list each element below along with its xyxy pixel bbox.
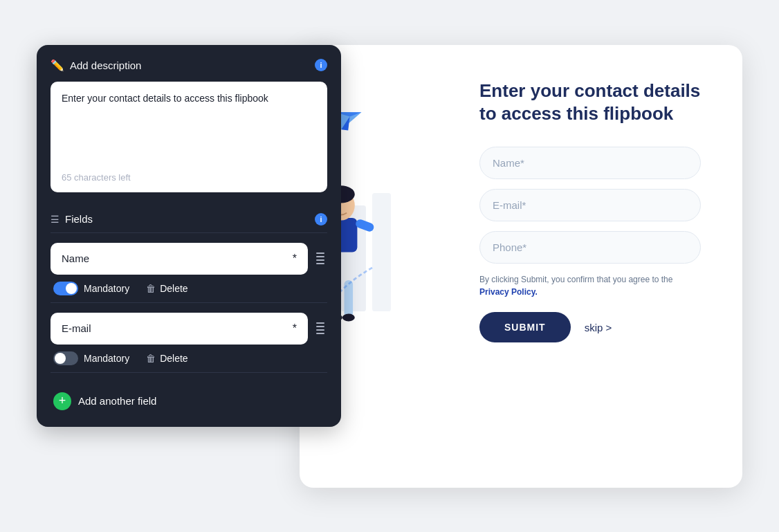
add-field-label: Add another field — [78, 395, 156, 407]
pencil-icon: ✏️ — [51, 59, 64, 72]
description-info-icon[interactable]: i — [315, 59, 327, 71]
privacy-policy-link[interactable]: Privacy Policy. — [479, 287, 538, 297]
field-input-email[interactable]: E-mail * — [51, 313, 308, 345]
add-field-icon: + — [53, 392, 71, 410]
field-block-email: E-mail * Mandatory 🗑 Delete — [51, 313, 327, 373]
field-controls-email: Mandatory 🗑 Delete — [51, 345, 327, 373]
privacy-text: By clicking Submit, you confirm that you… — [479, 273, 673, 298]
field-row-email: E-mail * — [51, 313, 327, 345]
preview-panel: Enter your contact details to access thi… — [300, 45, 742, 488]
email-input[interactable] — [479, 189, 701, 221]
add-field-row[interactable]: + Add another field — [51, 383, 327, 413]
name-input[interactable] — [479, 147, 701, 179]
fields-section-title: Fields — [65, 213, 93, 225]
svg-point-9 — [342, 313, 355, 321]
form-content: Enter your contact details to access thi… — [479, 80, 708, 343]
panel-header: ✏️ Add description i — [51, 59, 327, 72]
phone-input[interactable] — [479, 231, 701, 264]
delete-label-email: Delete — [160, 353, 187, 364]
form-field-phone — [479, 231, 708, 264]
field-name-label-email: E-mail — [62, 322, 91, 334]
mandatory-label-email: Mandatory — [84, 353, 129, 364]
form-actions: SUBMIT skip > — [479, 312, 708, 342]
mandatory-label-name: Mandatory — [84, 283, 129, 294]
delete-icon-email: 🗑 — [146, 353, 156, 364]
delete-group-email[interactable]: 🗑 Delete — [146, 353, 187, 364]
editor-panel: ✏️ Add description i Enter your contact … — [37, 45, 341, 427]
fields-info-icon[interactable]: i — [315, 213, 327, 226]
field-row-name: Name * — [51, 243, 327, 275]
description-box[interactable]: Enter your contact details to access thi… — [51, 82, 327, 192]
skip-link[interactable]: skip > — [585, 322, 612, 333]
mandatory-toggle-email[interactable] — [53, 351, 78, 365]
form-title: Enter your contact details to access thi… — [479, 80, 701, 127]
form-field-email — [479, 189, 708, 221]
fields-icon: ☰ — [51, 214, 59, 225]
mandatory-toggle-name[interactable] — [53, 282, 78, 295]
fields-section-header: ☰ Fields i — [51, 206, 327, 233]
field-name-label: Name — [62, 253, 89, 264]
submit-button[interactable]: SUBMIT — [479, 312, 571, 342]
field-asterisk-email: * — [293, 322, 297, 335]
char-count: 65 characters left — [62, 172, 316, 183]
mandatory-group-name: Mandatory — [53, 282, 129, 295]
panel-header-left: ✏️ Add description — [51, 59, 141, 72]
drag-handle-email[interactable] — [313, 320, 327, 337]
field-input-name[interactable]: Name * — [51, 243, 308, 275]
delete-group-name[interactable]: 🗑 Delete — [146, 283, 187, 294]
mandatory-group-email: Mandatory — [53, 351, 129, 365]
description-text: Enter your contact details to access thi… — [62, 91, 316, 106]
form-field-name — [479, 147, 708, 179]
drag-handle-name[interactable] — [313, 250, 327, 267]
field-controls-name: Mandatory 🗑 Delete — [51, 275, 327, 303]
delete-icon-name: 🗑 — [146, 283, 156, 294]
svg-rect-5 — [372, 193, 391, 311]
fields-section-header-left: ☰ Fields — [51, 213, 93, 225]
panel-title: Add description — [70, 59, 141, 71]
delete-label-name: Delete — [160, 283, 187, 294]
field-block-name: Name * Mandatory 🗑 Delete — [51, 243, 327, 303]
field-asterisk-name: * — [293, 253, 297, 265]
